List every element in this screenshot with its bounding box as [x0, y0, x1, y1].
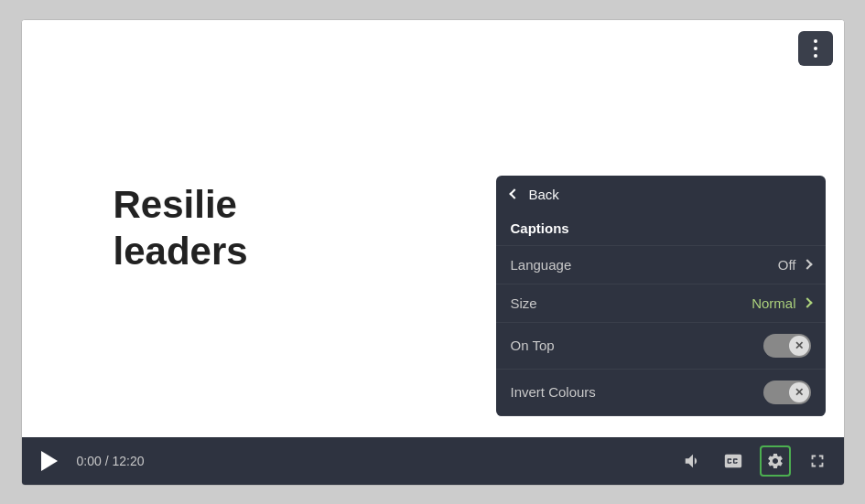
captions-icon — [723, 451, 743, 471]
invert-colours-label: Invert Colours — [511, 384, 596, 400]
on-top-label: On Top — [511, 338, 555, 353]
size-value-group: Normal — [751, 295, 810, 311]
captions-button[interactable] — [719, 447, 747, 475]
language-value-group: Off — [778, 257, 811, 273]
volume-button[interactable] — [679, 447, 707, 475]
language-row[interactable]: Language Off — [496, 246, 826, 284]
language-label: Language — [511, 257, 572, 273]
language-value: Off — [778, 257, 796, 273]
play-icon — [41, 451, 58, 471]
video-player: Resilie leaders Back Captions Language O… — [21, 19, 845, 486]
language-chevron-icon — [802, 259, 812, 269]
invert-colours-toggle[interactable]: ✕ — [763, 381, 811, 404]
settings-icon — [766, 452, 784, 470]
size-chevron-icon — [802, 297, 812, 307]
on-top-toggle[interactable]: ✕ — [763, 334, 811, 358]
size-label: Size — [511, 295, 537, 311]
size-row[interactable]: Size Normal — [496, 284, 826, 323]
time-display: 0:00 / 12:20 — [77, 454, 145, 468]
fullscreen-icon — [807, 451, 827, 471]
volume-icon — [683, 451, 703, 471]
invert-colours-row[interactable]: Invert Colours ✕ — [496, 370, 826, 416]
on-top-row[interactable]: On Top ✕ — [496, 323, 826, 370]
dot1 — [814, 39, 817, 43]
video-title: Resilie leaders — [22, 182, 248, 274]
settings-menu: Back Captions Language Off Size Normal — [496, 176, 826, 416]
size-value: Normal — [751, 295, 795, 311]
control-bar: 0:00 / 12:20 — [22, 437, 844, 485]
back-label: Back — [529, 187, 559, 202]
invert-colours-toggle-knob: ✕ — [789, 382, 809, 402]
captions-section-title: Captions — [496, 213, 826, 246]
dot2 — [814, 47, 817, 50]
three-dot-button[interactable] — [798, 31, 833, 66]
play-button[interactable] — [35, 446, 64, 476]
back-button[interactable]: Back — [496, 176, 826, 213]
back-chevron-icon — [509, 188, 519, 198]
dot3 — [814, 54, 817, 58]
settings-button[interactable] — [760, 445, 791, 477]
on-top-toggle-knob: ✕ — [789, 336, 809, 356]
video-area: Resilie leaders Back Captions Language O… — [22, 20, 844, 437]
fullscreen-button[interactable] — [804, 447, 831, 475]
